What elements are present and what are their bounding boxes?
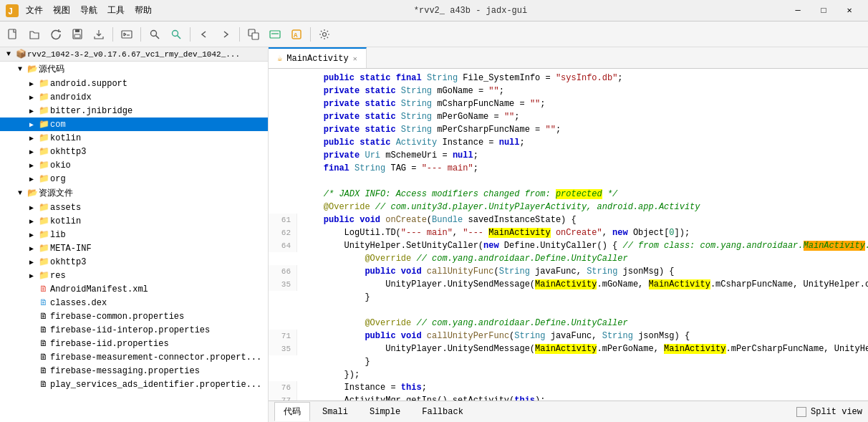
- code-line: private static String mGoName = "";: [269, 85, 868, 97]
- sidebar-item-okhttp3[interactable]: ▶ 📁 okhttp3: [0, 145, 268, 158]
- sidebar-item-classes-dex[interactable]: ▶ 🗎 classes.dex: [0, 296, 268, 310]
- code-line: @Override // com.yang.androidaar.Define.…: [269, 317, 868, 330]
- line-number: 64: [269, 239, 297, 252]
- svg-rect-16: [252, 33, 259, 39]
- bottom-tab-simple[interactable]: Simple: [360, 403, 410, 421]
- resources-folder-icon: 📂: [26, 188, 39, 198]
- code-line: }: [269, 355, 868, 368]
- toolbar-settings-button[interactable]: [314, 24, 334, 44]
- tab-icon: ☕: [277, 53, 282, 64]
- sidebar-item-bitter[interactable]: ▶ 📁 bitter.jnibridge: [0, 104, 268, 118]
- bottom-tab-code[interactable]: 代码: [274, 402, 310, 421]
- line-code: UnityHelper.SetUnityCaller(new Define.Un…: [297, 239, 868, 252]
- label-android-support: android.support: [50, 79, 127, 89]
- line-code: @Override // com.yang.androidaar.Define.…: [297, 317, 628, 330]
- menu-file[interactable]: 文件: [21, 3, 47, 18]
- sidebar-item-play-services[interactable]: ▶ 🗎 play_services_ads_identifier.propert…: [0, 378, 268, 391]
- toolbar-overlay-button[interactable]: [243, 24, 264, 44]
- folder-icon: 📁: [37, 146, 50, 157]
- label-firebase-iid-interop: firebase-iid-interop.properties: [50, 325, 210, 335]
- sidebar-item-lib[interactable]: ▶ 📁 lib: [0, 228, 268, 241]
- sidebar-item-meta-inf[interactable]: ▶ 📁 META-INF: [0, 241, 268, 255]
- folder-icon: 📁: [37, 256, 50, 267]
- toolbar-save-button[interactable]: [67, 24, 87, 44]
- folder-icon: 📁: [37, 78, 50, 89]
- sidebar-item-res[interactable]: ▶ 📁 res: [0, 269, 268, 282]
- toolbar-sep-4: [239, 27, 240, 42]
- titlebar: J 文件 视图 导航 工具 帮助 *rvv2_ a43b - jadx-gui …: [0, 0, 868, 21]
- toolbar-search-button[interactable]: [145, 24, 165, 44]
- toolbar-deobf-button[interactable]: A: [286, 24, 307, 44]
- sidebar-section-source[interactable]: ▼ 📂 源代码: [0, 62, 268, 77]
- toolbar-find-button[interactable]: [166, 24, 186, 44]
- toolbar-back-button[interactable]: [194, 24, 214, 44]
- folder-icon: 📁: [37, 105, 50, 116]
- sidebar-section-resources[interactable]: ▼ 📂 资源文件: [0, 186, 268, 201]
- menu-view[interactable]: 视图: [49, 3, 74, 18]
- source-label: 源代码: [39, 63, 64, 75]
- line-code: /* JADX INFO: Access modifiers changed f…: [297, 188, 617, 201]
- minimize-button[interactable]: ─: [785, 0, 811, 21]
- root-label: rvv2_1042-3-2_v0.17.6.67_vc1_rmy_dev_104…: [27, 50, 240, 59]
- maximize-button[interactable]: □: [811, 0, 836, 21]
- sidebar-item-kotlin2[interactable]: ▶ 📁 kotlin: [0, 214, 268, 228]
- tab-close-button[interactable]: ✕: [353, 54, 357, 63]
- toolbar-forward-button[interactable]: [216, 24, 236, 44]
- toolbar-sep-2: [140, 27, 141, 42]
- sidebar-item-firebase-iid-interop[interactable]: ▶ 🗎 firebase-iid-interop.properties: [0, 323, 268, 337]
- file-icon: 🗎: [37, 311, 50, 322]
- arrow-resources: ▼: [14, 189, 26, 197]
- sidebar-item-assets[interactable]: ▶ 📁 assets: [0, 201, 268, 214]
- code-line: 35 UnityPlayer.UnitySendMessage(MainActi…: [269, 278, 868, 291]
- sidebar-item-firebase-common[interactable]: ▶ 🗎 firebase-common.properties: [0, 310, 268, 323]
- toolbar-open-button[interactable]: [24, 24, 44, 44]
- line-number: 77: [269, 394, 297, 401]
- toolbar-reload-button[interactable]: [46, 24, 66, 44]
- label-com: com: [50, 120, 66, 130]
- label-firebase-common: firebase-common.properties: [50, 312, 184, 322]
- sidebar-item-firebase-measurement[interactable]: ▶ 🗎 firebase-measurement-connector.prope…: [0, 350, 268, 364]
- toolbar-highlight-button[interactable]: [265, 24, 285, 44]
- sidebar-item-android-support[interactable]: ▶ 📁 android.support: [0, 77, 268, 90]
- menu-tools[interactable]: 工具: [103, 3, 129, 18]
- sidebar-item-firebase-messaging[interactable]: ▶ 🗎 firebase-messaging.properties: [0, 364, 268, 378]
- sidebar-item-okhttp3-2[interactable]: ▶ 📁 okhttp3: [0, 255, 268, 269]
- label-firebase-iid: firebase-iid.properties: [50, 339, 169, 349]
- line-code: UnityPlayer.UnitySendMessage(MainActivit…: [297, 278, 868, 291]
- tab-main-activity[interactable]: ☕ MainActivity ✕: [269, 47, 367, 68]
- sidebar-item-kotlin[interactable]: ▶ 📁 kotlin: [0, 131, 268, 145]
- close-button[interactable]: ✕: [836, 0, 862, 21]
- line-code: private static String mGoName = "";: [297, 85, 504, 97]
- sidebar-item-org[interactable]: ▶ 📁 org: [0, 172, 268, 186]
- bottom-tab-fallback[interactable]: Fallback: [413, 403, 473, 421]
- bottom-tab-smali[interactable]: Smali: [313, 403, 357, 421]
- code-line: 77 ActivityMgr.getIns().setActivity(this…: [269, 394, 868, 401]
- sidebar-item-firebase-iid[interactable]: ▶ 🗎 firebase-iid.properties: [0, 337, 268, 350]
- toolbar-export-button[interactable]: [89, 24, 109, 44]
- code-line: private Uri mSchemeUri = null;: [269, 149, 868, 162]
- folder-icon: 📁: [37, 229, 50, 240]
- split-view-control: Split view: [796, 407, 862, 417]
- line-code: public void callUnityPerFunc(String java…: [297, 330, 690, 342]
- svg-text:A: A: [294, 32, 298, 39]
- toolbar-new-button[interactable]: [3, 24, 23, 44]
- code-line: private static String mPerGoName = "";: [269, 110, 868, 123]
- root-collapse-arrow: ▼: [3, 50, 14, 58]
- arrow-assets: ▶: [26, 203, 37, 212]
- menu-help[interactable]: 帮助: [130, 3, 156, 18]
- toolbar-sep-1: [112, 27, 113, 42]
- sidebar-item-com[interactable]: ▶ 📁 com: [0, 118, 268, 131]
- sidebar-item-androidmanifest[interactable]: ▶ 🗎 AndroidManifest.xml: [0, 282, 268, 296]
- sidebar-item-okio[interactable]: ▶ 📁 okio: [0, 158, 268, 172]
- sidebar-root-item[interactable]: ▼ 📦 rvv2_1042-3-2_v0.17.6.67_vc1_rmy_dev…: [0, 47, 268, 62]
- folder-icon-com: 📁: [37, 119, 50, 130]
- line-number: 35: [269, 342, 297, 355]
- code-editor[interactable]: public static final String File_SystemIn…: [269, 69, 868, 401]
- sidebar: ▼ 📦 rvv2_1042-3-2_v0.17.6.67_vc1_rmy_dev…: [0, 47, 269, 422]
- menu-nav[interactable]: 导航: [76, 3, 102, 18]
- line-code: @Override // com.unity3d.player.UnityPla…: [297, 201, 700, 214]
- split-view-checkbox[interactable]: [796, 407, 806, 417]
- line-code: }: [297, 355, 370, 368]
- toolbar-decompile-button[interactable]: [117, 24, 137, 44]
- sidebar-item-androidx[interactable]: ▶ 📁 androidx: [0, 90, 268, 104]
